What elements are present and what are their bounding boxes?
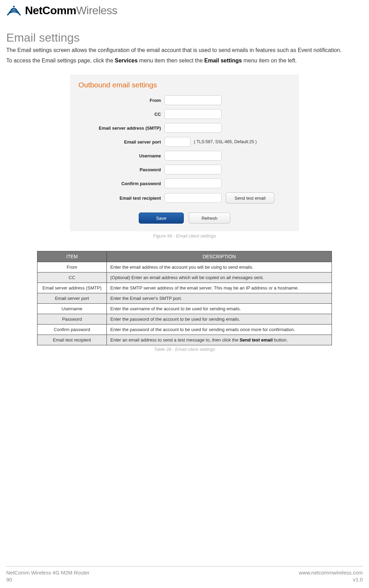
intro-p2-e: menu item on the left.: [242, 58, 297, 63]
brand-header: NetCommWireless: [6, 4, 363, 17]
row-smtp: Email server address (SMTP): [78, 123, 291, 133]
td-desc-a: Enter an email address to send a test me…: [110, 337, 240, 343]
input-confirm-password[interactable]: [164, 179, 222, 188]
td-desc: Enter the email address of the account y…: [107, 262, 332, 273]
page-title: Email settings: [6, 31, 363, 44]
row-recipient: Email test recipient Send test email: [78, 192, 291, 204]
outbound-email-panel: Outbound email settings From CC Email se…: [70, 75, 299, 231]
intro-p2-a: To access the Email settings page, click…: [6, 58, 115, 63]
page-footer: NetComm Wireless 4G M2M Router 90 www.ne…: [6, 566, 363, 583]
table-row: Email server port Enter the Email server…: [37, 293, 332, 304]
intro-paragraph-1: The Email settings screen allows the con…: [6, 46, 363, 54]
td-desc-b: button.: [273, 337, 288, 343]
td-desc: Enter an email address to send a test me…: [107, 335, 332, 345]
panel-title: Outbound email settings: [78, 81, 291, 89]
input-cc[interactable]: [164, 109, 222, 119]
table-caption: Table 28 - Email client settings: [6, 347, 363, 352]
document-page: NetCommWireless Email settings The Email…: [0, 0, 369, 588]
label-cc: CC: [78, 112, 164, 117]
label-password: Password: [78, 167, 164, 172]
input-username[interactable]: [164, 151, 222, 161]
row-port: Email server port ( TLS:587, SSL:465, De…: [78, 137, 291, 147]
td-item: From: [37, 262, 107, 273]
brand-logo-text: NetCommWireless: [25, 4, 117, 17]
td-desc: Enter the password of the account to be …: [107, 325, 332, 335]
row-confirm: Confirm password: [78, 179, 291, 188]
brand-bold: NetComm: [25, 4, 76, 17]
description-table: ITEM DESCRIPTION From Enter the email ad…: [37, 251, 332, 345]
input-test-recipient[interactable]: [164, 193, 222, 203]
brand-logo-icon: [6, 5, 22, 17]
label-recipient: Email test recipient: [78, 196, 164, 201]
table-row: Confirm password Enter the password of t…: [37, 325, 332, 335]
table-row: Email server address (SMTP) Enter the SM…: [37, 283, 332, 293]
td-item: Email server port: [37, 293, 107, 304]
figure-caption: Figure 99 - Email client settings: [6, 233, 363, 239]
td-desc-bold: Send test email: [240, 337, 273, 343]
td-item: Email test recipient: [37, 335, 107, 345]
table-row: Password Enter the password of the accou…: [37, 314, 332, 325]
footer-right: www.netcommwireless.com v1.0: [299, 569, 363, 583]
td-desc: Enter the username of the account to be …: [107, 304, 332, 314]
row-password: Password: [78, 165, 291, 174]
table-row: Username Enter the username of the accou…: [37, 304, 332, 314]
td-desc: Enter the password of the account to be …: [107, 314, 332, 325]
td-desc: Enter the Email server's SMTP port.: [107, 293, 332, 304]
intro-p2-services: Services: [115, 58, 138, 63]
footer-version: v1.0: [299, 576, 363, 583]
td-desc: (Optional) Enter an email address which …: [107, 273, 332, 283]
td-item: Username: [37, 304, 107, 314]
row-cc: CC: [78, 109, 291, 119]
port-hint: ( TLS:587, SSL:465, Default:25 ): [194, 139, 257, 144]
intro-p2-email-settings: Email settings: [204, 58, 242, 63]
panel-button-row: Save Refresh: [78, 213, 291, 224]
refresh-button[interactable]: Refresh: [189, 213, 230, 224]
input-from[interactable]: [164, 95, 222, 105]
footer-page-number: 90: [6, 576, 89, 583]
row-from: From: [78, 95, 291, 105]
footer-product: NetComm Wireless 4G M2M Router: [6, 569, 89, 576]
td-desc: Enter the SMTP server address of the ema…: [107, 283, 332, 293]
description-table-container: ITEM DESCRIPTION From Enter the email ad…: [6, 251, 363, 345]
label-confirm: Confirm password: [78, 181, 164, 186]
intro-paragraph-2: To access the Email settings page, click…: [6, 57, 363, 64]
save-button[interactable]: Save: [139, 213, 184, 224]
table-row: Email test recipient Enter an email addr…: [37, 335, 332, 345]
input-password[interactable]: [164, 165, 222, 174]
td-item: Confirm password: [37, 325, 107, 335]
svg-point-0: [13, 6, 15, 7]
row-username: Username: [78, 151, 291, 161]
input-smtp[interactable]: [164, 123, 222, 133]
label-port: Email server port: [78, 139, 164, 145]
label-from: From: [78, 98, 164, 103]
footer-left: NetComm Wireless 4G M2M Router 90: [6, 569, 89, 583]
table-row: CC (Optional) Enter an email address whi…: [37, 273, 332, 283]
description-table-body: From Enter the email address of the acco…: [37, 262, 332, 345]
td-item: CC: [37, 273, 107, 283]
panel-container: Outbound email settings From CC Email se…: [6, 75, 363, 231]
brand-light: Wireless: [76, 4, 118, 17]
th-description: DESCRIPTION: [107, 251, 332, 262]
footer-url: www.netcommwireless.com: [299, 569, 363, 576]
send-test-email-button[interactable]: Send test email: [226, 192, 274, 204]
table-row: From Enter the email address of the acco…: [37, 262, 332, 273]
td-item: Password: [37, 314, 107, 325]
intro-p2-c: menu item then select the: [138, 58, 204, 63]
label-smtp: Email server address (SMTP): [78, 126, 164, 131]
th-item: ITEM: [37, 251, 107, 262]
input-port[interactable]: [164, 137, 190, 147]
td-item: Email server address (SMTP): [37, 283, 107, 293]
label-username: Username: [78, 153, 164, 158]
